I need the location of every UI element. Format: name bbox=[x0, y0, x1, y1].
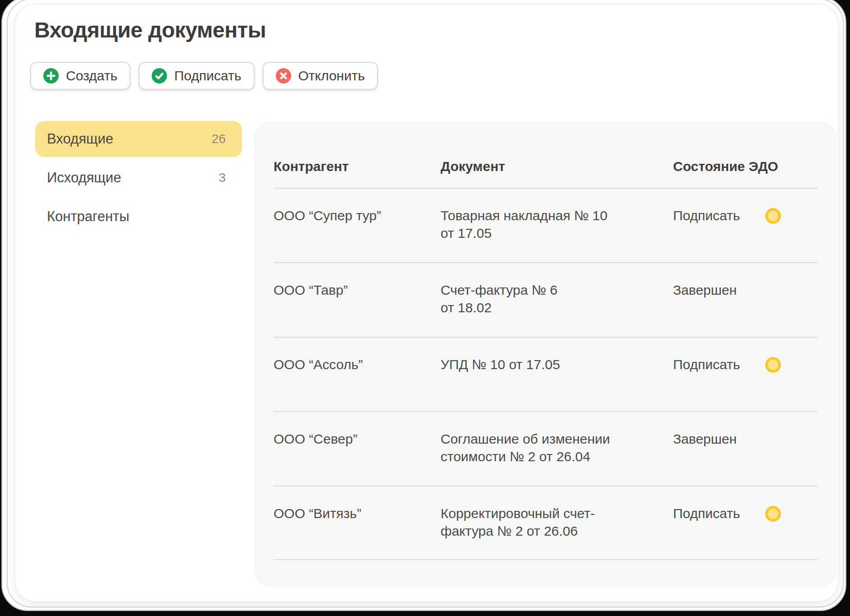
create-button[interactable]: Создать bbox=[30, 62, 130, 90]
sidebar-item-0[interactable]: Входящие 26 bbox=[35, 121, 242, 157]
document-cell: УПД № 10 от 17.05 bbox=[441, 356, 673, 411]
document-cell: Соглашение об изменении стоимости № 2 от… bbox=[441, 430, 673, 486]
sidebar-item-2[interactable]: Контрагенты bbox=[35, 199, 242, 235]
check-circle-icon bbox=[152, 68, 167, 83]
pending-status-dot-icon bbox=[765, 506, 781, 522]
table-row[interactable]: ООО “Витязь” Корректировочный счет- факт… bbox=[274, 486, 817, 560]
column-header-document: Документ bbox=[441, 159, 673, 174]
reject-button-label: Отклонить bbox=[298, 68, 365, 83]
contractor-cell: ООО “Север” bbox=[274, 430, 441, 486]
sidebar: Входящие 26 Исходящие 3 Контрагенты bbox=[35, 121, 242, 237]
document-cell: Товарная накладная № 10 от 17.05 bbox=[441, 207, 673, 262]
sign-button[interactable]: Подписать bbox=[139, 62, 255, 90]
contractor-cell: ООО “Ассоль” bbox=[274, 356, 441, 411]
contractor-cell: ООО “Витязь” bbox=[274, 505, 441, 559]
sidebar-item-count: 3 bbox=[218, 171, 226, 185]
edo-state-cell: Завершен bbox=[673, 430, 817, 486]
edo-state-label: Завершен bbox=[673, 281, 737, 299]
table-row[interactable]: ООО “Тавр” Счет-фактура № 6 от 18.02 Зав… bbox=[274, 262, 817, 337]
table-row[interactable]: ООО “Супер тур” Товарная накладная № 10 … bbox=[274, 188, 817, 262]
sidebar-item-label: Исходящие bbox=[47, 170, 121, 186]
main-card: Входящие документы Создать Подписать bbox=[14, 4, 839, 602]
edo-state-label: Подписать bbox=[673, 356, 740, 373]
create-button-label: Создать bbox=[66, 68, 117, 83]
column-header-contractor: Контрагент bbox=[274, 159, 441, 174]
toolbar: Создать Подписать Отклонить bbox=[30, 62, 378, 90]
table-row[interactable]: ООО “Север” Соглашение об изменении стои… bbox=[274, 411, 817, 486]
pending-status-dot-icon bbox=[765, 357, 781, 373]
reject-button[interactable]: Отклонить bbox=[263, 62, 378, 90]
column-header-edo-state: Состояние ЭДО bbox=[673, 159, 817, 174]
edo-state-cell: Подписать bbox=[673, 505, 817, 559]
pending-status-dot-icon bbox=[765, 208, 781, 224]
sidebar-item-1[interactable]: Исходящие 3 bbox=[35, 160, 242, 196]
table-body: ООО “Супер тур” Товарная накладная № 10 … bbox=[274, 188, 817, 560]
edo-state-cell: Подписать bbox=[673, 207, 817, 262]
edo-state-label: Подписать bbox=[673, 207, 740, 224]
sidebar-item-count: 26 bbox=[212, 132, 226, 146]
x-circle-icon bbox=[276, 68, 291, 83]
table-row[interactable]: ООО “Ассоль” УПД № 10 от 17.05 Подписать bbox=[274, 337, 817, 411]
edo-state-label: Завершен bbox=[673, 430, 737, 448]
documents-panel: Контрагент Документ Состояние ЭДО ООО “С… bbox=[254, 121, 837, 587]
sign-button-label: Подписать bbox=[174, 68, 242, 83]
contractor-cell: ООО “Супер тур” bbox=[274, 207, 441, 262]
edo-state-label: Подписать bbox=[673, 505, 740, 522]
contractor-cell: ООО “Тавр” bbox=[274, 281, 441, 337]
page-title: Входящие документы bbox=[34, 18, 266, 42]
sidebar-item-label: Входящие bbox=[47, 131, 113, 147]
edo-state-cell: Подписать bbox=[673, 356, 817, 411]
sidebar-item-label: Контрагенты bbox=[47, 208, 130, 225]
document-cell: Счет-фактура № 6 от 18.02 bbox=[441, 281, 673, 337]
plus-circle-icon bbox=[43, 68, 59, 83]
edo-state-cell: Завершен bbox=[673, 281, 817, 337]
document-cell: Корректировочный счет- фактура № 2 от 26… bbox=[441, 505, 673, 559]
table-header: Контрагент Документ Состояние ЭДО bbox=[274, 121, 817, 188]
